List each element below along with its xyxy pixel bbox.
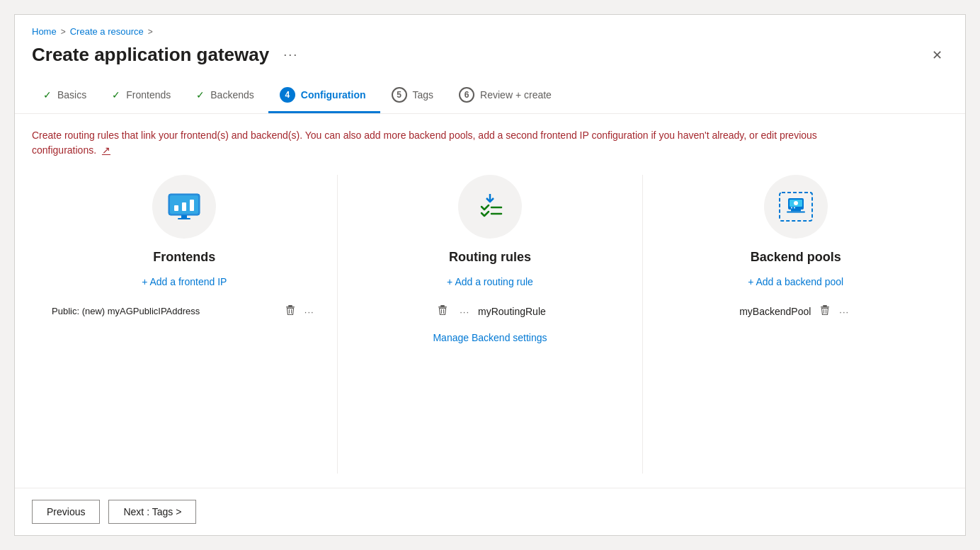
tab-review[interactable]: 6 Review + create bbox=[448, 80, 566, 113]
backend-icon-circle bbox=[764, 175, 828, 239]
page-title: Create application gateway bbox=[32, 44, 269, 66]
backend-more-button[interactable]: ··· bbox=[836, 303, 852, 320]
breadcrumb: Home > Create a resource > bbox=[32, 26, 948, 37]
frontend-more-button[interactable]: ··· bbox=[302, 303, 317, 320]
backend-item-actions: ··· bbox=[816, 302, 852, 321]
tab-circle-review: 6 bbox=[459, 87, 474, 103]
panel-body: Create routing rules that link your fron… bbox=[15, 114, 965, 488]
svg-rect-24 bbox=[787, 212, 805, 213]
panel-header: Home > Create a resource > Create applic… bbox=[15, 15, 965, 66]
info-text-content: Create routing rules that link your fron… bbox=[32, 130, 817, 156]
breadcrumb-sep2: > bbox=[148, 27, 153, 37]
svg-rect-6 bbox=[181, 215, 187, 218]
panel-footer: Previous Next : Tags > bbox=[15, 488, 965, 535]
info-text: Create routing rules that link your fron… bbox=[32, 128, 882, 158]
svg-rect-5 bbox=[190, 200, 194, 211]
svg-rect-27 bbox=[823, 305, 827, 306]
backend-item-label: myBackendPool bbox=[739, 306, 811, 317]
tabs-row: ✓ Basics ✓ Frontends ✓ Backends 4 Config… bbox=[15, 66, 965, 114]
svg-rect-7 bbox=[178, 218, 190, 219]
frontend-item: Public: (new) myAGPublicIPAddress bbox=[46, 302, 323, 321]
frontend-item-actions: ··· bbox=[282, 302, 317, 321]
tab-tags-label: Tags bbox=[413, 89, 434, 101]
backend-icon bbox=[778, 191, 814, 222]
routing-icon-circle bbox=[458, 175, 522, 239]
previous-button[interactable]: Previous bbox=[32, 500, 100, 524]
frontends-icon-circle bbox=[152, 175, 216, 239]
svg-point-25 bbox=[791, 207, 792, 209]
svg-rect-9 bbox=[286, 306, 295, 308]
config-columns: Frontends + Add a frontend IP Public: (n… bbox=[32, 175, 948, 474]
check-icon-frontends: ✓ bbox=[112, 89, 120, 101]
svg-rect-3 bbox=[174, 205, 178, 211]
frontends-icon bbox=[167, 193, 201, 221]
frontend-item-label: Public: (new) myAGPublicIPAddress bbox=[52, 306, 276, 316]
tab-configuration-label: Configuration bbox=[301, 89, 366, 101]
tab-circle-tags: 5 bbox=[392, 87, 407, 103]
backend-item-row: myBackendPool ··· bbox=[657, 302, 934, 321]
add-routing-link[interactable]: + Add a routing rule bbox=[447, 276, 533, 287]
title-left: Create application gateway ··· bbox=[32, 44, 304, 66]
backend-title: Backend pools bbox=[751, 250, 841, 265]
breadcrumb-sep1: > bbox=[61, 27, 66, 37]
backend-delete-button[interactable] bbox=[816, 302, 833, 321]
svg-rect-4 bbox=[182, 202, 186, 211]
title-row: Create application gateway ··· ✕ bbox=[32, 44, 948, 66]
breadcrumb-create-resource[interactable]: Create a resource bbox=[70, 26, 144, 37]
info-external-link[interactable]: ↗ bbox=[102, 144, 110, 156]
tab-backends-label: Backends bbox=[210, 89, 253, 101]
manage-backend-link[interactable]: Manage Backend settings bbox=[433, 332, 547, 343]
close-button[interactable]: ✕ bbox=[926, 46, 948, 64]
svg-rect-16 bbox=[438, 306, 447, 308]
add-backend-link[interactable]: + Add a backend pool bbox=[748, 276, 843, 287]
breadcrumb-home[interactable]: Home bbox=[32, 26, 57, 37]
svg-point-22 bbox=[794, 201, 798, 205]
svg-rect-28 bbox=[821, 306, 829, 308]
check-icon-backends: ✓ bbox=[196, 89, 205, 101]
routing-icon bbox=[473, 191, 507, 222]
tab-basics[interactable]: ✓ Basics bbox=[32, 82, 101, 111]
tab-review-label: Review + create bbox=[480, 89, 552, 101]
check-icon-basics: ✓ bbox=[43, 89, 52, 101]
routing-delete-button[interactable] bbox=[434, 302, 451, 321]
frontends-column: Frontends + Add a frontend IP Public: (n… bbox=[32, 175, 338, 474]
backend-column: Backend pools + Add a backend pool myBac… bbox=[643, 175, 948, 474]
routing-title: Routing rules bbox=[449, 250, 531, 265]
tab-configuration[interactable]: 4 Configuration bbox=[268, 80, 380, 113]
svg-rect-23 bbox=[791, 210, 801, 212]
next-button[interactable]: Next : Tags > bbox=[108, 500, 196, 524]
tab-basics-label: Basics bbox=[57, 89, 86, 101]
frontend-delete-button[interactable] bbox=[282, 302, 299, 321]
ellipsis-button[interactable]: ··· bbox=[278, 45, 304, 65]
routing-column: Routing rules + Add a routing rule ·· bbox=[338, 175, 644, 474]
svg-rect-15 bbox=[440, 305, 445, 306]
svg-rect-8 bbox=[288, 305, 292, 306]
tab-tags[interactable]: 5 Tags bbox=[380, 80, 448, 113]
tab-backends[interactable]: ✓ Backends bbox=[185, 82, 268, 111]
routing-item-label: myRoutingRule bbox=[478, 306, 546, 317]
svg-point-26 bbox=[794, 207, 795, 209]
tab-circle-configuration: 4 bbox=[280, 87, 295, 103]
tab-frontends[interactable]: ✓ Frontends bbox=[101, 82, 185, 111]
tab-frontends-label: Frontends bbox=[126, 89, 171, 101]
create-gateway-panel: Home > Create a resource > Create applic… bbox=[14, 14, 966, 536]
routing-item-row: ··· myRoutingRule bbox=[352, 302, 629, 321]
frontends-title: Frontends bbox=[153, 250, 215, 265]
add-frontend-link[interactable]: + Add a frontend IP bbox=[142, 276, 227, 287]
routing-more-button[interactable]: ··· bbox=[457, 303, 472, 320]
